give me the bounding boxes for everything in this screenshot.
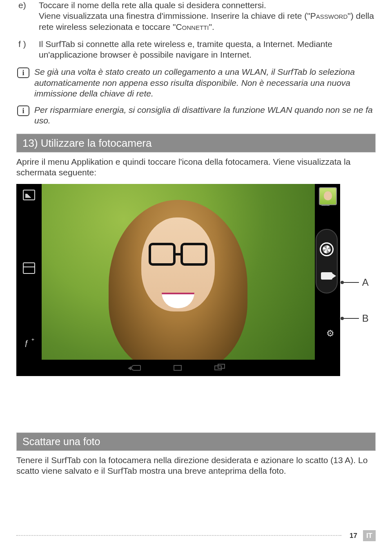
footer-dots xyxy=(16,535,341,536)
step-e-line2c: ". xyxy=(209,22,214,31)
flash-icon[interactable]: ƒ xyxy=(24,338,33,350)
section-shot-heading: Scattare una foto xyxy=(16,432,376,451)
step-e-letter: e) xyxy=(16,0,39,32)
page-number: 17 xyxy=(346,530,361,541)
callout-a: A xyxy=(343,276,376,289)
callout-b-leader xyxy=(343,318,359,319)
android-nav-bar xyxy=(16,360,340,376)
step-e: e) Toccare il nome della rete alla quale… xyxy=(16,0,376,32)
camera-right-bar: ⟳📷 ⚙ xyxy=(315,184,340,360)
capture-capsule xyxy=(316,229,338,293)
language-badge: IT xyxy=(363,530,376,541)
step-f-body: Il SurfTab si connette alla rete wireles… xyxy=(39,39,376,60)
gallery-icon[interactable] xyxy=(23,190,35,200)
info-note-2: i Per risparmiare energia, si consiglia … xyxy=(16,105,376,126)
info-icon-glyph: i xyxy=(17,67,29,78)
video-record-button[interactable] xyxy=(321,272,332,280)
last-photo-thumbnail[interactable] xyxy=(319,187,337,205)
callout-column: A B xyxy=(340,184,376,376)
section-13-body: Aprire il menu Applikation e quindi tocc… xyxy=(16,157,376,178)
step-e-body: Toccare il nome della rete alla quale si… xyxy=(39,0,376,32)
step-f: f ) Il SurfTab si connette alla rete wir… xyxy=(16,39,376,60)
info-icon: i xyxy=(16,105,34,126)
info-text-2: Per risparmiare energia, si consiglia di… xyxy=(34,105,376,126)
photo-glasses xyxy=(149,243,207,266)
nav-back-icon[interactable] xyxy=(131,365,141,371)
camera-live-preview xyxy=(42,184,315,360)
camera-screenshot: ƒ ⟳📷 ⚙ A xyxy=(16,184,376,376)
nav-recent-icon[interactable] xyxy=(214,365,225,370)
callout-a-label: A xyxy=(362,276,369,289)
connetti-label: Connetti xyxy=(176,22,209,31)
info-text-1: Se già una volta è stato creato un colle… xyxy=(34,67,376,99)
step-e-line2a: Viene visualizzata una finestra d'immiss… xyxy=(39,11,310,20)
nav-home-icon[interactable] xyxy=(174,365,182,371)
password-label: Password xyxy=(310,11,348,20)
callout-b: B xyxy=(343,312,376,325)
callout-a-leader xyxy=(343,282,359,283)
info-icon: i xyxy=(16,67,34,99)
callout-b-label: B xyxy=(362,312,369,325)
step-e-line1: Toccare il nome della rete alla quale si… xyxy=(39,0,266,10)
info-icon-glyph: i xyxy=(17,105,29,116)
step-f-letter: f ) xyxy=(16,39,39,60)
page-footer: 17 IT xyxy=(16,530,376,541)
photo-lens-left xyxy=(149,243,176,266)
settings-icon[interactable]: ⚙ xyxy=(326,328,334,339)
photo-lens-right xyxy=(180,243,207,266)
section-13-heading: 13) Utilizzare la fotocamera xyxy=(16,134,376,153)
shutter-button[interactable] xyxy=(320,242,334,256)
section-shot-body: Tenere il SurfTab con la fotocamera nell… xyxy=(16,455,376,477)
camera-left-bar: ƒ xyxy=(16,184,42,360)
mode-slider-icon[interactable] xyxy=(23,262,35,274)
info-note-1: i Se già una volta è stato creato un col… xyxy=(16,67,376,99)
camera-viewport: ƒ ⟳📷 ⚙ xyxy=(16,184,340,376)
